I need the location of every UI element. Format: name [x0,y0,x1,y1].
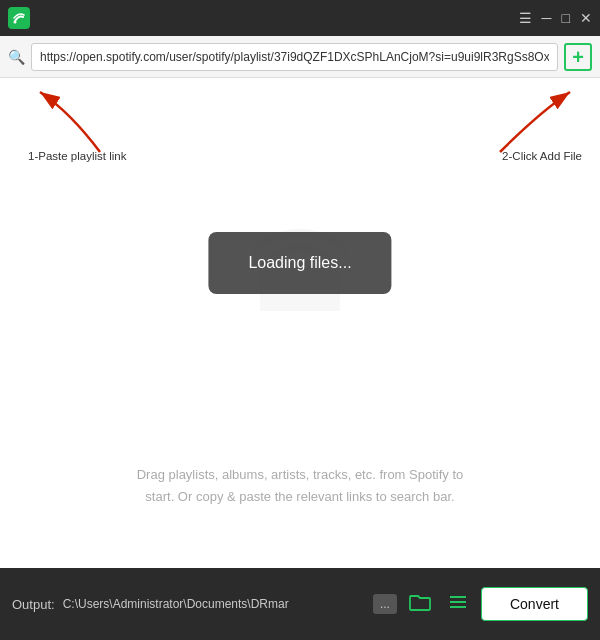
list-button[interactable] [443,591,473,618]
folder-button[interactable] [405,591,435,618]
convert-button[interactable]: Convert [481,587,588,621]
add-file-button[interactable]: + [564,43,592,71]
url-bar-area: 🔍 + [0,36,600,78]
output-label: Output: [12,597,55,612]
title-bar-left [8,7,30,29]
loading-overlay: Loading files... [208,232,391,294]
drag-hint: Drag playlists, albums, artists, tracks,… [130,464,470,508]
minimize-button[interactable]: ─ [542,11,552,25]
url-input[interactable] [31,43,558,71]
main-content: 1-Paste playlist link 2-Click Add File L… [0,78,600,568]
title-bar: ☰ ─ □ ✕ [0,0,600,36]
add-file-annotation: 2-Click Add File [502,146,582,164]
app-icon [8,7,30,29]
title-bar-controls: ☰ ─ □ ✕ [519,11,592,25]
loading-text: Loading files... [248,254,351,272]
close-button[interactable]: ✕ [580,11,592,25]
paste-annotation: 1-Paste playlist link [28,146,126,164]
search-icon: 🔍 [8,49,25,65]
status-bar: Output: C:\Users\Administrator\Documents… [0,568,600,640]
more-button[interactable]: ... [373,594,397,614]
menu-icon[interactable]: ☰ [519,11,532,25]
maximize-button[interactable]: □ [562,11,570,25]
paste-annotation-text: 1-Paste playlist link [28,150,126,162]
output-path: C:\Users\Administrator\Documents\DRmar [63,597,365,611]
svg-point-1 [14,21,17,24]
add-file-annotation-text: 2-Click Add File [502,150,582,162]
